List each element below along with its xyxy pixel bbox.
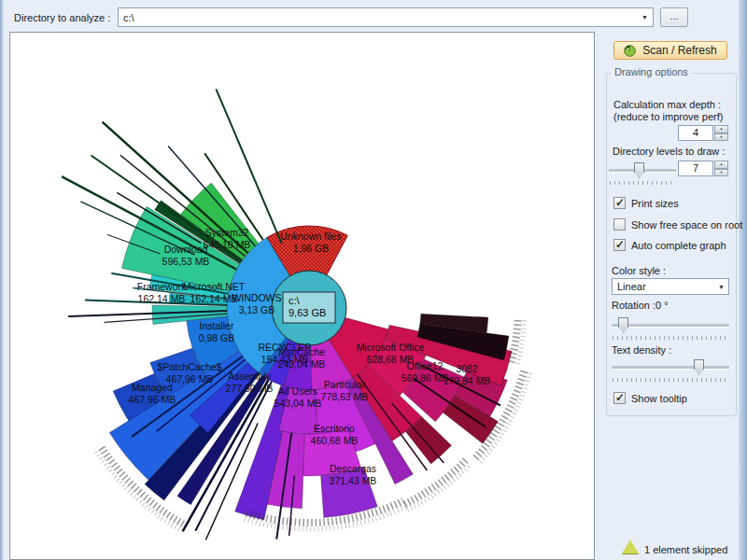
chevron-down-icon[interactable]: ▼ [714, 284, 728, 290]
spin-up-icon[interactable]: ▲ [714, 161, 728, 169]
print-sizes-label: Print sizes [631, 198, 679, 209]
print-sizes-checkbox[interactable] [613, 197, 626, 209]
svg-text:Descargas371,43 MB: Descargas371,43 MB [330, 463, 377, 486]
sunburst-chart[interactable]: Unknown files1,96 GBWINDOWS3,13 GBSystem… [10, 33, 594, 559]
svg-text:Managed467,96 MB: Managed467,96 MB [129, 382, 176, 405]
slider-ticks [610, 181, 675, 185]
rotation-label: Rotation : [612, 300, 655, 311]
show-tooltip-checkbox[interactable] [613, 392, 626, 404]
browse-button[interactable]: ... [660, 7, 688, 27]
chevron-down-icon[interactable]: ▼ [637, 14, 653, 21]
slider-thumb[interactable] [634, 162, 644, 178]
slider-ticks [613, 336, 728, 340]
svg-text:Framework162,14 MB: Framework162,14 MB [137, 281, 187, 304]
svg-text:System32646,10 MB: System32646,10 MB [204, 227, 251, 250]
slider-track [612, 366, 729, 370]
slider-track [612, 324, 729, 328]
levels-label: Directory levels to draw : [613, 146, 725, 157]
calc-depth-spinner[interactable]: ▲▼ [714, 125, 728, 141]
svg-text:MsoCache243,04 MB: MsoCache243,04 MB [278, 346, 326, 370]
levels-input[interactable]: 7 [678, 161, 713, 176]
levels-slider[interactable] [609, 161, 676, 186]
chart-canvas: Unknown files1,96 GBWINDOWS3,13 GBSystem… [9, 32, 595, 560]
drawing-options-title: Drawing options [611, 66, 692, 77]
window-edge-left [0, 0, 4, 560]
svg-text:Assembly277,50 MB: Assembly277,50 MB [226, 371, 274, 394]
svg-text:Download596,53 MB: Download596,53 MB [162, 244, 210, 267]
svg-text:Escritorio460,68 MB: Escritorio460,68 MB [311, 423, 359, 446]
calc-depth-label: Calculation max depth : [613, 99, 721, 110]
auto-complete-label: Auto complete graph [631, 240, 726, 251]
slider-ticks [613, 378, 728, 382]
svg-text:Particular778,63 MB: Particular778,63 MB [321, 379, 369, 402]
free-space-checkbox[interactable] [613, 218, 626, 231]
scan-refresh-button[interactable]: Scan / Refresh [613, 41, 727, 60]
slider-thumb[interactable] [694, 359, 704, 375]
show-tooltip-label: Show tooltip [631, 393, 687, 404]
color-style-label: Color style : [612, 265, 666, 276]
warning-icon [622, 539, 639, 553]
directory-label: Directory to analyze : [14, 12, 110, 23]
svg-text:Office12569,86 MB: Office12569,86 MB [402, 360, 449, 384]
status-text: 1 element skipped [644, 544, 727, 555]
svg-text:Installer0,98 GB: Installer0,98 GB [199, 320, 235, 343]
slider-thumb[interactable] [618, 317, 628, 333]
color-style-value: Linear [613, 281, 714, 292]
rotation-value: 0 ° [655, 300, 669, 311]
rotation-slider[interactable] [612, 316, 729, 341]
levels-spinner[interactable]: ▲▼ [714, 161, 728, 176]
directory-value: c:\ [119, 12, 637, 23]
svg-text:Microsoft.NET162,14 MB: Microsoft.NET162,14 MB [183, 281, 246, 304]
color-style-select[interactable]: Linear ▼ [612, 278, 729, 295]
free-space-label: Show free space on root [631, 219, 742, 231]
calc-depth-sublabel: (reduce to improve perf) [613, 111, 723, 122]
spin-down-icon[interactable]: ▼ [714, 133, 728, 142]
auto-complete-checkbox[interactable] [613, 239, 626, 251]
window-edge-right [739, 0, 747, 560]
spin-down-icon[interactable]: ▼ [714, 169, 728, 177]
pie-icon [624, 45, 636, 57]
spin-up-icon[interactable]: ▲ [714, 125, 728, 133]
calc-depth-input[interactable]: 4 [678, 125, 713, 141]
directory-combobox[interactable]: c:\ ▼ [118, 7, 654, 27]
scan-refresh-label: Scan / Refresh [642, 44, 716, 57]
text-density-slider[interactable] [612, 358, 729, 383]
svg-text:WINDOWS3,13 GB: WINDOWS3,13 GB [232, 292, 281, 315]
svg-text:All Users543,04 MB: All Users543,04 MB [275, 385, 322, 409]
text-density-label: Text density : [612, 344, 671, 356]
